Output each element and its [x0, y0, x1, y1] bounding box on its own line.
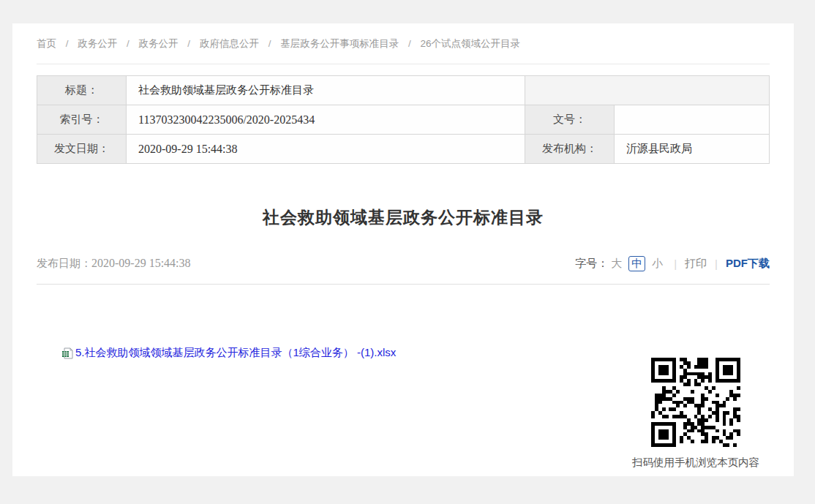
attachment-link[interactable]: 5.社会救助领域领域基层政务公开标准目录（1综合业务） -(1).xlsx — [75, 346, 396, 360]
font-size-small-button[interactable]: 小 — [652, 257, 663, 271]
publish-date: 发布日期：2020-09-29 15:44:38 — [37, 257, 191, 271]
breadcrumb-item-government-info[interactable]: 政府信息公开 — [200, 38, 259, 49]
font-size-medium-button[interactable]: 中 — [628, 256, 645, 271]
breadcrumb-item-zhengwugongkai-1[interactable]: 政务公开 — [78, 38, 117, 49]
meta-empty-cell — [525, 76, 770, 105]
page-title: 社会救助领域基层政务公开标准目录 — [37, 206, 770, 229]
article-body: 5.社会救助领域领域基层政务公开标准目录（1综合业务） -(1).xlsx 扫码… — [37, 285, 770, 476]
content-card: 首页 / 政务公开 / 政务公开 / 政府信息公开 / 基层政务公开事项标准目录… — [12, 23, 794, 476]
article-info-row: 发布日期：2020-09-29 15:44:38 字号： 大 中 小 | 打印 … — [37, 256, 770, 285]
breadcrumb-separator: / — [268, 38, 271, 49]
breadcrumb-item-zhengwugongkai-2[interactable]: 政务公开 — [139, 38, 179, 49]
toolbar-separator: | — [674, 257, 677, 270]
meta-table: 标题： 社会救助领域基层政务公开标准目录 索引号： 11370323004223… — [37, 75, 770, 164]
publish-date-value: 2020-09-29 15:44:38 — [91, 257, 191, 269]
qr-code — [651, 358, 740, 447]
meta-label-issue-date: 发文日期： — [37, 135, 127, 164]
breadcrumb-item-standard-catalog[interactable]: 基层政务公开事项标准目录 — [280, 38, 399, 49]
toolbar-separator: | — [715, 257, 718, 270]
meta-label-index-number: 索引号： — [37, 105, 127, 135]
breadcrumb-separator: / — [66, 38, 69, 49]
meta-row-index: 索引号： 113703230042235006/2020-2025434 文号： — [37, 105, 770, 135]
meta-label-title: 标题： — [37, 76, 127, 105]
pdf-download-button[interactable]: PDF下载 — [726, 257, 770, 271]
excel-file-icon — [61, 347, 73, 359]
meta-value-title: 社会救助领域基层政务公开标准目录 — [127, 76, 525, 105]
meta-row-title: 标题： 社会救助领域基层政务公开标准目录 — [37, 76, 770, 105]
meta-value-issue-date: 2020-09-29 15:44:38 — [127, 135, 525, 164]
meta-value-doc-number — [615, 105, 770, 135]
publish-date-label: 发布日期： — [37, 257, 91, 269]
breadcrumb-separator: / — [187, 38, 190, 49]
qr-caption: 扫码使用手机浏览本页内容 — [612, 456, 779, 470]
qr-area: 扫码使用手机浏览本页内容 — [612, 358, 779, 470]
breadcrumb-separator: / — [127, 38, 129, 49]
meta-row-date: 发文日期： 2020-09-29 15:44:38 发布机构： 沂源县民政局 — [37, 135, 770, 164]
font-size-large-button[interactable]: 大 — [611, 257, 622, 271]
breadcrumb-item-home[interactable]: 首页 — [37, 38, 56, 49]
meta-label-agency: 发布机构： — [525, 135, 615, 164]
toolbar: 字号： 大 中 小 | 打印 | PDF下载 — [575, 256, 770, 271]
meta-value-agency: 沂源县民政局 — [615, 135, 770, 164]
attachment-row: 5.社会救助领域领域基层政务公开标准目录（1综合业务） -(1).xlsx — [61, 346, 396, 360]
breadcrumb: 首页 / 政务公开 / 政务公开 / 政府信息公开 / 基层政务公开事项标准目录… — [37, 23, 770, 64]
meta-label-doc-number: 文号： — [525, 105, 615, 135]
breadcrumb-separator: / — [408, 38, 411, 49]
print-button[interactable]: 打印 — [685, 257, 707, 271]
meta-value-index-number: 113703230042235006/2020-2025434 — [127, 105, 525, 135]
breadcrumb-item-pilot-catalog[interactable]: 26个试点领域公开目录 — [420, 38, 520, 49]
font-size-label: 字号： — [575, 257, 608, 271]
